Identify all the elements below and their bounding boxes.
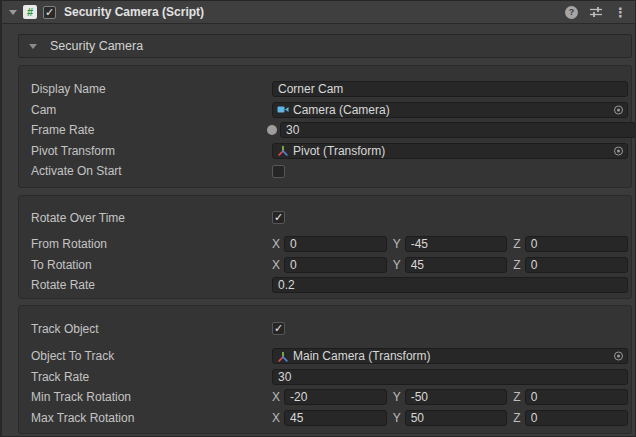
object-picker-icon[interactable] xyxy=(614,352,623,361)
object-to-track-object-field[interactable]: Main Camera (Transform) xyxy=(272,348,628,364)
field-row-from-rotation: From Rotation X Y Z xyxy=(19,234,628,255)
axis-x-label: X xyxy=(272,390,280,404)
section-general: Display Name Cam Camera (C xyxy=(18,65,632,188)
axis-y-label: Y xyxy=(393,237,401,251)
check-icon: ✓ xyxy=(274,212,283,223)
object-picker-icon[interactable] xyxy=(614,105,623,114)
track-object-label: Track Object xyxy=(19,322,272,336)
rotate-over-time-checkbox[interactable]: ✓ xyxy=(272,211,285,224)
from-rotation-z-input[interactable] xyxy=(525,236,628,252)
axis-x-label: X xyxy=(272,237,280,251)
from-rotation-label: From Rotation xyxy=(19,237,272,251)
field-row-track-object: Track Object ✓ xyxy=(19,319,628,340)
activate-on-start-checkbox[interactable]: ✓ xyxy=(272,165,285,178)
track-object-checkbox[interactable]: ✓ xyxy=(272,322,285,335)
to-rotation-z-input[interactable] xyxy=(525,257,628,273)
field-row-frame-rate: Frame Rate xyxy=(19,120,628,141)
component-title: Security Camera (Script) xyxy=(64,5,559,19)
unity-inspector-panel: # ✓ Security Camera (Script) ? ⋮ Securit… xyxy=(0,0,636,437)
min-track-rotation-z-input[interactable] xyxy=(525,389,628,405)
frame-rate-input[interactable] xyxy=(280,122,636,138)
section-track: Track Object ✓ Object To Track xyxy=(18,305,632,435)
axis-x-label: X xyxy=(272,258,280,272)
axis-z-label: Z xyxy=(513,237,520,251)
axis-y-label: Y xyxy=(393,390,401,404)
field-row-track-rate: Track Rate xyxy=(19,367,628,388)
component-foldout-icon[interactable] xyxy=(9,10,17,15)
from-rotation-x-input[interactable] xyxy=(284,236,387,252)
min-track-rotation-x-input[interactable] xyxy=(284,389,387,405)
max-track-rotation-x-input[interactable] xyxy=(284,410,387,426)
field-row-pivot-transform: Pivot Transform Pivot (Transform) xyxy=(19,141,628,162)
cam-label: Cam xyxy=(19,103,272,117)
rotate-rate-label: Rotate Rate xyxy=(19,278,272,292)
field-row-min-track-rotation: Min Track Rotation X Y Z xyxy=(19,387,628,408)
field-row-display-name: Display Name xyxy=(19,79,628,100)
camera-icon xyxy=(277,105,289,114)
min-track-rotation-y-input[interactable] xyxy=(405,389,508,405)
display-name-input[interactable] xyxy=(272,81,628,97)
to-rotation-x-input[interactable] xyxy=(284,257,387,273)
pivot-transform-label: Pivot Transform xyxy=(19,144,272,158)
transform-icon xyxy=(277,351,289,362)
to-rotation-label: To Rotation xyxy=(19,258,272,272)
transform-icon xyxy=(277,145,289,156)
csharp-script-icon: # xyxy=(23,5,37,19)
field-row-to-rotation: To Rotation X Y Z xyxy=(19,255,628,276)
frame-rate-slider-handle[interactable] xyxy=(267,125,277,135)
axis-x-label: X xyxy=(272,411,280,425)
cam-object-value: Camera (Camera) xyxy=(293,103,390,117)
foldout-arrow-icon xyxy=(29,44,37,49)
check-icon: ✓ xyxy=(45,6,54,17)
field-row-cam: Cam Camera (Camera) xyxy=(19,100,628,121)
axis-z-label: Z xyxy=(513,411,520,425)
max-track-rotation-y-input[interactable] xyxy=(405,410,508,426)
field-row-rotate-rate: Rotate Rate xyxy=(19,275,628,296)
presets-icon[interactable] xyxy=(589,6,603,18)
component-enabled-checkbox[interactable]: ✓ xyxy=(43,6,56,19)
track-rate-label: Track Rate xyxy=(19,370,272,384)
component-header: # ✓ Security Camera (Script) ? ⋮ xyxy=(2,1,635,24)
field-row-object-to-track: Object To Track Main Camera (Transform) xyxy=(19,346,628,367)
pivot-transform-object-field[interactable]: Pivot (Transform) xyxy=(272,143,628,159)
from-rotation-y-input[interactable] xyxy=(405,236,508,252)
axis-y-label: Y xyxy=(393,411,401,425)
activate-on-start-label: Activate On Start xyxy=(19,164,272,178)
axis-y-label: Y xyxy=(393,258,401,272)
rotate-over-time-label: Rotate Over Time xyxy=(19,211,272,225)
axis-z-label: Z xyxy=(513,258,520,272)
kebab-menu-icon[interactable]: ⋮ xyxy=(614,6,627,19)
frame-rate-label: Frame Rate xyxy=(19,123,272,137)
field-row-rotate-over-time: Rotate Over Time ✓ xyxy=(19,208,628,229)
script-foldout-header[interactable]: Security Camera xyxy=(18,34,632,58)
inspector-body: Security Camera Display Name Cam xyxy=(2,24,635,434)
field-row-max-track-rotation: Max Track Rotation X Y Z xyxy=(19,408,628,429)
max-track-rotation-z-input[interactable] xyxy=(525,410,628,426)
foldout-title: Security Camera xyxy=(50,39,143,53)
min-track-rotation-label: Min Track Rotation xyxy=(19,390,272,404)
to-rotation-y-input[interactable] xyxy=(405,257,508,273)
help-icon[interactable]: ? xyxy=(565,6,578,19)
object-picker-icon[interactable] xyxy=(614,146,623,155)
field-row-activate-on-start: Activate On Start ✓ xyxy=(19,161,628,182)
cam-object-field[interactable]: Camera (Camera) xyxy=(272,102,628,118)
max-track-rotation-label: Max Track Rotation xyxy=(19,411,272,425)
object-to-track-object-value: Main Camera (Transform) xyxy=(293,349,431,363)
section-rotate: Rotate Over Time ✓ From Rotation X Y xyxy=(18,195,632,299)
rotate-rate-input[interactable] xyxy=(272,277,628,293)
object-to-track-label: Object To Track xyxy=(19,349,272,363)
display-name-label: Display Name xyxy=(19,82,272,96)
track-rate-input[interactable] xyxy=(272,369,628,385)
check-icon: ✓ xyxy=(274,323,283,334)
pivot-transform-object-value: Pivot (Transform) xyxy=(293,144,385,158)
axis-z-label: Z xyxy=(513,390,520,404)
